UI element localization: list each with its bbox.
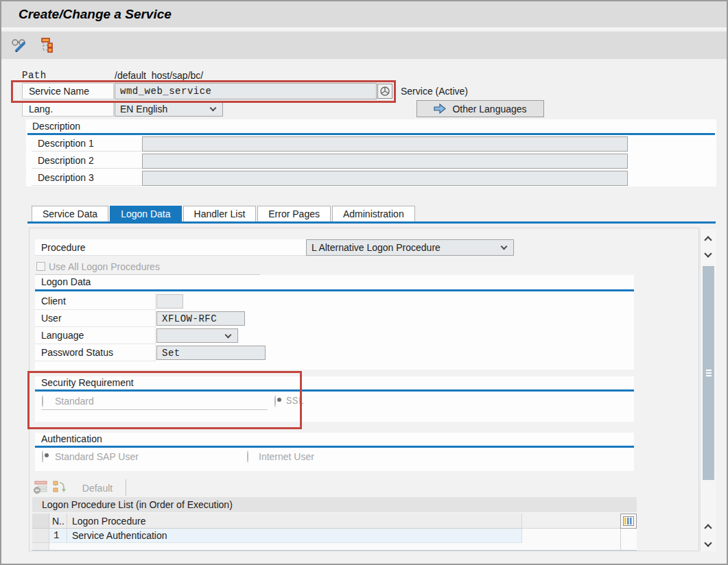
- security-rule: [35, 389, 634, 392]
- partial-row-selector: [32, 543, 49, 550]
- scrollbar-thumb[interactable]: [703, 266, 714, 480]
- procedure-label: Procedure: [35, 239, 306, 256]
- user-label: User: [35, 310, 156, 327]
- tab-administration[interactable]: Administration: [332, 206, 415, 222]
- service-name-input[interactable]: wmd_web_service: [115, 83, 377, 99]
- scroll-down-icon[interactable]: [704, 250, 712, 257]
- logon-data-section-title: Logon Data: [41, 276, 91, 287]
- blue-right-arrow-icon: [434, 104, 447, 114]
- procedure-dropdown-value: L Alternative Logon Procedure: [312, 242, 441, 253]
- client-input[interactable]: [156, 294, 183, 309]
- password-status-label: Password Status: [35, 344, 156, 361]
- display-change-icon[interactable]: [10, 37, 28, 53]
- grid-procedure-header[interactable]: Logon Procedure: [67, 514, 522, 529]
- grid-header-filler: [522, 514, 620, 529]
- delete-row-icon: [34, 481, 49, 496]
- service-name-label: Service Name: [22, 83, 114, 99]
- grid-bottom-border: [32, 550, 637, 551]
- internet-user-radio: [247, 450, 248, 463]
- description-2-input[interactable]: [142, 154, 628, 169]
- tab-strip: Service Data Logon Data Handler List Err…: [32, 206, 416, 222]
- lang-dropdown[interactable]: EN English: [115, 101, 223, 117]
- standard-radio-label: Standard: [55, 396, 94, 407]
- grid-selector-header[interactable]: [32, 514, 49, 529]
- description-3-label: Description 3: [32, 170, 142, 186]
- description-3-input[interactable]: [142, 171, 628, 186]
- scroll-up-icon[interactable]: [704, 236, 712, 243]
- authentication-section-title: Authentication: [41, 433, 102, 444]
- table-scroll-up-icon[interactable]: [704, 524, 712, 531]
- chevron-down-icon: [501, 243, 508, 250]
- grid-number-header[interactable]: N..: [49, 514, 67, 529]
- logon-data-rule: [35, 289, 634, 291]
- procedure-list-grid: N.. Logon Procedure 1 Service Authentica…: [32, 514, 637, 551]
- security-section-title: Security Requirement: [41, 377, 134, 388]
- grid-vertical-scrollbar[interactable]: [620, 529, 637, 550]
- chevron-down-icon: [210, 105, 217, 112]
- tab-error-pages[interactable]: Error Pages: [257, 206, 331, 222]
- procedure-dropdown[interactable]: L Alternative Logon Procedure: [306, 239, 514, 256]
- logon-data-section: Logon Data Client User XFLOW-RFC Languag…: [35, 275, 634, 370]
- authentication-section: Authentication Standard SAP User Interne…: [35, 433, 634, 471]
- copy-rows-icon: [53, 481, 68, 496]
- use-all-logon-procedures-checkbox: [36, 262, 45, 271]
- password-status-value: Set: [156, 346, 266, 360]
- page-title: Create/Change a Service: [19, 7, 172, 22]
- user-input[interactable]: XFLOW-RFC: [156, 311, 245, 326]
- chevron-down-icon: [225, 332, 232, 339]
- toolbar-separator: [126, 479, 126, 496]
- sphere-matchcode-icon[interactable]: [377, 84, 392, 99]
- other-languages-button[interactable]: Other Languages: [416, 100, 544, 117]
- standard-radio: [42, 395, 43, 407]
- tab-service-data[interactable]: Service Data: [32, 206, 108, 222]
- row-procedure-cell[interactable]: Service Authentication: [67, 529, 522, 543]
- default-button: Default: [73, 483, 121, 494]
- tab-rule: [27, 221, 716, 224]
- use-all-logon-procedures-row: Use All Logon Procedures: [35, 259, 260, 275]
- logon-data-panel: Procedure L Alternative Logon Procedure …: [29, 228, 699, 551]
- hierarchy-icon[interactable]: [38, 37, 56, 53]
- standard-underline: [41, 409, 268, 410]
- client-label: Client: [35, 293, 156, 310]
- description-rule: [27, 133, 715, 135]
- description-2-label: Description 2: [32, 153, 142, 169]
- table-settings-icon[interactable]: [620, 514, 637, 529]
- standard-sap-user-radio: [42, 450, 43, 463]
- service-status-text: Service (Active): [401, 86, 468, 97]
- description-section: Description Description 1 Description 2 …: [26, 119, 716, 187]
- application-toolbar: [1, 32, 727, 59]
- lang-dropdown-value: EN English: [120, 104, 167, 115]
- authentication-rule: [35, 446, 634, 448]
- ssl-radio-label: SSL: [286, 396, 305, 407]
- internet-user-label: Internet User: [259, 451, 314, 462]
- description-section-title: Description: [32, 121, 80, 132]
- row-selector[interactable]: [32, 529, 49, 543]
- lang-label: Lang.: [22, 101, 114, 117]
- scrollbar-grip: [706, 370, 712, 376]
- vertical-scrollbar[interactable]: [700, 229, 716, 551]
- description-1-label: Description 1: [32, 136, 142, 152]
- row-number-cell[interactable]: 1: [49, 529, 67, 543]
- sap-window: Create/Change a Service Path /default_ho…: [0, 0, 728, 565]
- language-dropdown[interactable]: [156, 328, 238, 343]
- language-label: Language: [35, 327, 156, 344]
- security-requirement-section: Security Requirement Standard SSL: [35, 376, 634, 422]
- other-languages-label: Other Languages: [452, 104, 526, 115]
- tab-logon-data[interactable]: Logon Data: [110, 206, 181, 222]
- use-all-logon-procedures-label: Use All Logon Procedures: [49, 261, 160, 272]
- procedure-list-title: Logon Procedure List (in Order of Execut…: [32, 497, 637, 512]
- standard-sap-user-label: Standard SAP User: [55, 451, 139, 462]
- tab-handler-list[interactable]: Handler List: [183, 206, 257, 222]
- path-label: Path: [22, 70, 47, 81]
- ssl-radio: [274, 395, 276, 407]
- description-1-input[interactable]: [142, 136, 628, 152]
- title-bar: Create/Change a Service: [1, 1, 727, 29]
- table-scroll-down-icon[interactable]: [704, 539, 712, 546]
- path-value: /default_host/sap/bc/: [115, 70, 203, 81]
